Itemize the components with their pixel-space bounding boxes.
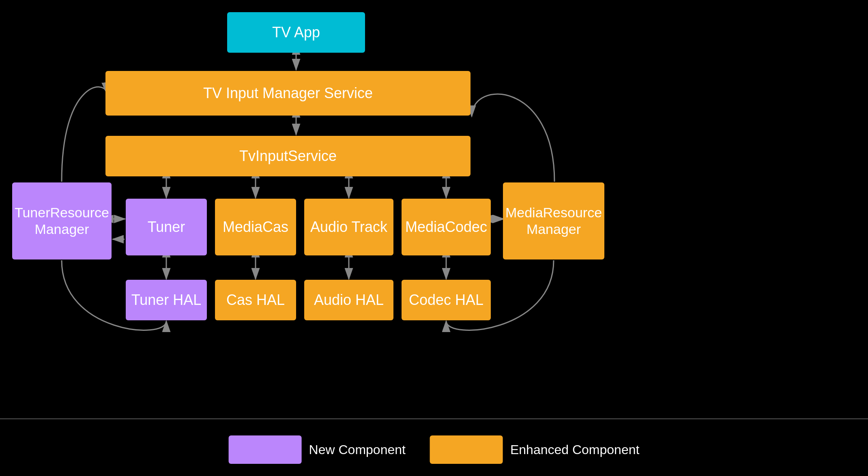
- audio-track-label: Audio Track: [310, 219, 387, 236]
- diagram-container: TV App TV Input Manager Service TvInputS…: [0, 0, 868, 476]
- legend-enhanced-component: Enhanced Component: [430, 435, 639, 464]
- cas-hal-box: Cas HAL: [215, 280, 296, 320]
- tv-input-service-label: TvInputService: [239, 148, 337, 165]
- audio-hal-box: Audio HAL: [304, 280, 393, 320]
- mediacas-box: MediaCas: [215, 199, 296, 255]
- cas-hal-label: Cas HAL: [226, 292, 285, 309]
- section-divider: [0, 418, 868, 419]
- legend-new-component-label: New Component: [309, 442, 406, 457]
- mediacas-label: MediaCas: [223, 219, 288, 236]
- legend-new-component-box: [229, 435, 302, 464]
- tuner-resource-box: TunerResource Manager: [12, 182, 112, 259]
- legend-container: New Component Enhanced Component: [229, 435, 640, 464]
- codec-hal-label: Codec HAL: [409, 292, 483, 309]
- legend-enhanced-component-label: Enhanced Component: [510, 442, 639, 457]
- codec-hal-box: Codec HAL: [402, 280, 491, 320]
- tuner-resource-label: TunerResource Manager: [15, 204, 109, 238]
- media-resource-box: MediaResource Manager: [503, 182, 604, 259]
- media-resource-label: MediaResource Manager: [505, 204, 602, 238]
- tv-input-service-box: TvInputService: [105, 136, 471, 176]
- tuner-label: Tuner: [148, 219, 185, 236]
- legend-enhanced-component-box: [430, 435, 503, 464]
- tuner-box: Tuner: [126, 199, 207, 255]
- mediacodec-label: MediaCodec: [405, 219, 487, 236]
- tv-app-label: TV App: [272, 24, 320, 41]
- tuner-hal-label: Tuner HAL: [131, 292, 202, 309]
- tv-input-manager-label: TV Input Manager Service: [203, 85, 373, 102]
- audio-hal-label: Audio HAL: [314, 292, 384, 309]
- tuner-hal-box: Tuner HAL: [126, 280, 207, 320]
- mediacodec-box: MediaCodec: [402, 199, 491, 255]
- legend-new-component: New Component: [229, 435, 406, 464]
- tv-app-box: TV App: [227, 12, 365, 53]
- audio-track-box: Audio Track: [304, 199, 393, 255]
- tv-input-manager-box: TV Input Manager Service: [105, 71, 471, 116]
